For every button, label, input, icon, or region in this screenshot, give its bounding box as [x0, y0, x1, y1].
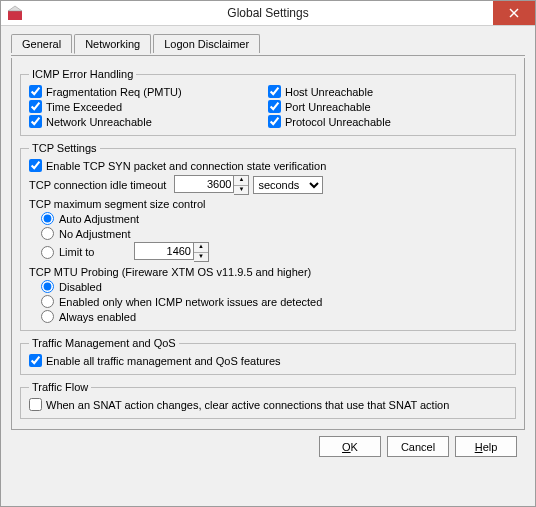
tab-networking[interactable]: Networking: [74, 34, 151, 54]
fragmentation-req-checkbox[interactable]: [29, 85, 42, 98]
network-unreachable-label: Network Unreachable: [46, 116, 152, 128]
port-unreachable-checkbox[interactable]: [268, 100, 281, 113]
snat-clear-label: When an SNAT action changes, clear activ…: [46, 399, 449, 411]
network-unreachable-checkbox[interactable]: [29, 115, 42, 128]
qos-legend: Traffic Management and QoS: [29, 337, 179, 349]
traffic-flow-group: Traffic Flow When an SNAT action changes…: [20, 381, 516, 419]
tcp-group: TCP Settings Enable TCP SYN packet and c…: [20, 142, 516, 331]
tab-general[interactable]: General: [11, 34, 72, 53]
snat-clear-checkbox[interactable]: [29, 398, 42, 411]
close-button[interactable]: [493, 1, 535, 25]
traffic-flow-legend: Traffic Flow: [29, 381, 91, 393]
mss-limit-radio[interactable]: [41, 246, 54, 259]
mss-limit-label: Limit to: [59, 246, 129, 258]
mtu-icmp-radio[interactable]: [41, 295, 54, 308]
window-title: Global Settings: [1, 6, 535, 20]
mss-header: TCP maximum segment size control: [29, 198, 507, 210]
tcp-legend: TCP Settings: [29, 142, 100, 154]
titlebar: Global Settings: [1, 1, 535, 26]
idle-timeout-label: TCP connection idle timeout: [29, 179, 166, 191]
icmp-legend: ICMP Error Handling: [29, 68, 136, 80]
mss-no-label: No Adjustment: [59, 228, 131, 240]
idle-timeout-input[interactable]: [174, 175, 234, 193]
help-button[interactable]: Help: [455, 436, 517, 457]
mtu-disabled-radio[interactable]: [41, 280, 54, 293]
qos-group: Traffic Management and QoS Enable all tr…: [20, 337, 516, 375]
global-settings-window: Global Settings General Networking Logon…: [0, 0, 536, 507]
host-unreachable-label: Host Unreachable: [285, 86, 373, 98]
idle-timeout-spinner[interactable]: ▲▼: [234, 175, 249, 195]
svg-marker-1: [8, 6, 22, 11]
port-unreachable-label: Port Unreachable: [285, 101, 371, 113]
button-bar: OK Cancel Help: [11, 430, 525, 457]
mss-no-radio[interactable]: [41, 227, 54, 240]
enable-qos-checkbox[interactable]: [29, 354, 42, 367]
mss-limit-input[interactable]: [134, 242, 194, 260]
mtu-always-label: Always enabled: [59, 311, 136, 323]
protocol-unreachable-checkbox[interactable]: [268, 115, 281, 128]
mss-auto-label: Auto Adjustment: [59, 213, 139, 225]
mtu-always-radio[interactable]: [41, 310, 54, 323]
enable-qos-label: Enable all traffic management and QoS fe…: [46, 355, 281, 367]
mtu-disabled-label: Disabled: [59, 281, 102, 293]
svg-rect-0: [8, 11, 22, 20]
host-unreachable-checkbox[interactable]: [268, 85, 281, 98]
fragmentation-req-label: Fragmentation Req (PMTU): [46, 86, 182, 98]
networking-panel: ICMP Error Handling Fragmentation Req (P…: [11, 58, 525, 430]
mtu-icmp-label: Enabled only when ICMP network issues ar…: [59, 296, 322, 308]
enable-tcp-syn-label: Enable TCP SYN packet and connection sta…: [46, 160, 326, 172]
tab-strip: General Networking Logon Disclaimer: [11, 34, 525, 53]
idle-timeout-unit-select[interactable]: seconds: [253, 176, 323, 194]
mtu-header: TCP MTU Probing (Fireware XTM OS v11.9.5…: [29, 266, 507, 278]
time-exceeded-label: Time Exceeded: [46, 101, 122, 113]
time-exceeded-checkbox[interactable]: [29, 100, 42, 113]
enable-tcp-syn-checkbox[interactable]: [29, 159, 42, 172]
ok-button[interactable]: OK: [319, 436, 381, 457]
icmp-group: ICMP Error Handling Fragmentation Req (P…: [20, 68, 516, 136]
mss-auto-radio[interactable]: [41, 212, 54, 225]
tab-logon-disclaimer[interactable]: Logon Disclaimer: [153, 34, 260, 53]
cancel-button[interactable]: Cancel: [387, 436, 449, 457]
mss-limit-spinner[interactable]: ▲▼: [194, 242, 209, 262]
protocol-unreachable-label: Protocol Unreachable: [285, 116, 391, 128]
app-icon: [7, 5, 23, 21]
